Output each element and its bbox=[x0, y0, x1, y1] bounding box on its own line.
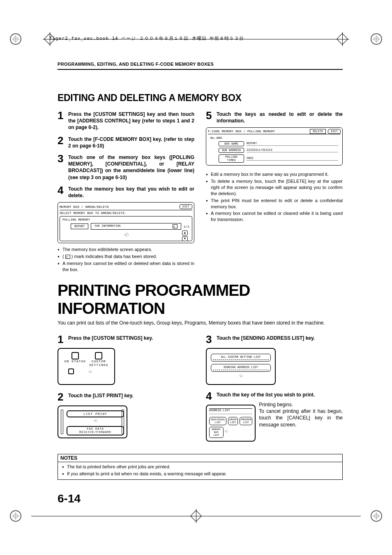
section-intro: You can print out lists of the One-touch… bbox=[58, 320, 343, 327]
step-text: Touch one of the memory box keys ([POLLI… bbox=[68, 153, 194, 181]
step-1: 1 Press the [CUSTOM SETTINGS] key and th… bbox=[58, 110, 194, 131]
sub-address-button[interactable]: SUB ADDRESS bbox=[219, 148, 244, 153]
crop-circle-icon bbox=[371, 510, 382, 522]
crop-circle-icon bbox=[10, 510, 21, 522]
section-heading-edit-delete: EDITING AND DELETING A MEMORY BOX bbox=[58, 92, 343, 104]
bullet-item: The memory box edit/delete screen appear… bbox=[58, 246, 194, 253]
screenshot-list-print: LIST PRINT ☜ FAX DATA RECEIVE/FORWARD bbox=[58, 405, 127, 438]
panel-subtitle: SELECT MEMORY BOX TO AMEND/DELETE. bbox=[60, 211, 192, 215]
step-p1: 1 Press the [CUSTOM SETTINGS] key. bbox=[58, 334, 194, 345]
section-heading-printing: PRINTING PROGRAMMED INFORMATION bbox=[58, 281, 343, 318]
notes-title: NOTES bbox=[58, 454, 342, 462]
box-name-button[interactable]: BOX NAME bbox=[219, 141, 244, 146]
step-number: 1 bbox=[58, 334, 66, 345]
custom-settings-label: CUSTOM SETTINGS bbox=[89, 359, 108, 367]
running-header: PROGRAMMING, EDITING, AND DELETING F-COD… bbox=[58, 62, 343, 70]
custom-settings-key-icon[interactable] bbox=[95, 352, 102, 359]
screenshot-sending-address: ALL CUSTOM SETTING LIST SENDING ADDRESS … bbox=[206, 348, 276, 385]
crop-center-icon bbox=[336, 33, 348, 45]
pointer-hand-icon: ☜ bbox=[122, 230, 130, 240]
book-mark-text: Tiger2_fax_sec.book 14 ページ ２００４年９月１６日 木曜… bbox=[49, 35, 244, 41]
step-number: 2 bbox=[58, 391, 66, 402]
stored-mark-icon: ≡ bbox=[65, 255, 70, 259]
pointer-hand-icon: ☜ bbox=[223, 427, 231, 438]
fax-receive-button[interactable]: FAX DATA RECEIVE/FORWARD bbox=[67, 426, 124, 435]
step-3: 3 Touch one of the memory box keys ([POL… bbox=[58, 153, 194, 181]
fax-label: FAX INFORMATION bbox=[95, 224, 120, 228]
notes-box: NOTES The list is printed before other p… bbox=[58, 454, 343, 480]
step-p4: 4 Touch the key of the list you wish to … bbox=[206, 391, 343, 401]
all-custom-list-button[interactable]: ALL CUSTOM SETTING LIST bbox=[211, 354, 271, 362]
pointer-hand-icon: ☜ bbox=[92, 417, 99, 425]
step-p3: 3 Touch the [SENDING ADDRESS LIST] key. bbox=[206, 334, 343, 345]
step-number: 5 bbox=[206, 110, 214, 124]
step-number: 4 bbox=[58, 185, 66, 199]
screenshot-custom-settings: OB STATUS CUSTOM SETTINGS ☜ bbox=[58, 348, 115, 385]
pointer-hand-icon: ☜ bbox=[87, 368, 93, 376]
notes-item: The list is printed before other print j… bbox=[62, 464, 338, 470]
step4-notes: The memory box edit/delete screen appear… bbox=[58, 246, 194, 272]
notes-item: If you attempt to print a list when no d… bbox=[62, 471, 338, 477]
bullet-item: The print PIN must be entered to edit or… bbox=[206, 198, 343, 210]
ui-panel-amend-delete: MEMORY BOX / AMEND/DELETE EXIT SELECT ME… bbox=[58, 202, 194, 243]
polling-times-button[interactable]: POLLING TIMES bbox=[219, 154, 244, 163]
step-4: 4 Touch the memory box key that you wish… bbox=[58, 185, 194, 199]
bullet-item: A memory box cannot be edited or deleted… bbox=[58, 260, 194, 273]
list-print-button[interactable]: LIST PRINT bbox=[67, 410, 124, 417]
exit-button[interactable]: EXIT bbox=[180, 204, 192, 209]
step-p2: 2 Touch the [LIST PRINT] key. bbox=[58, 391, 194, 402]
step-number: 2 bbox=[58, 135, 66, 149]
print-begin-text: Printing begins. To cancel printing afte… bbox=[259, 401, 343, 428]
scroll-up-button[interactable]: ▲ bbox=[182, 230, 188, 235]
page-indicator: 1/1 bbox=[184, 225, 189, 228]
delete-button[interactable]: DELETE bbox=[310, 129, 326, 134]
program-list-button[interactable]: PROGRAM LIST bbox=[240, 417, 252, 425]
small-key-icon bbox=[68, 368, 74, 374]
individual-list-button[interactable]: INDIVIDUAL LIST bbox=[209, 417, 226, 425]
page-number: 6-14 bbox=[58, 492, 343, 505]
jobstatus-key-icon bbox=[71, 352, 79, 359]
button-label: ALL CUSTOM SETTING LIST bbox=[221, 355, 261, 359]
crop-circle-icon bbox=[371, 33, 382, 45]
step-number: 4 bbox=[206, 391, 214, 401]
step5-notes: Edit a memory box in the same way as you… bbox=[206, 171, 343, 223]
crop-line bbox=[31, 516, 190, 516]
step-2: 2 Touch the [F-CODE MEMORY BOX] key. (re… bbox=[58, 135, 194, 149]
crop-center-icon bbox=[190, 510, 202, 522]
crop-circle-icon bbox=[10, 33, 21, 45]
button-label: SENDING ADDRESS LIST bbox=[224, 366, 258, 369]
step-text: Touch the memory box key that you wish t… bbox=[68, 185, 194, 199]
step-text: Touch the [F-CODE MEMORY BOX] key. (refe… bbox=[68, 135, 194, 149]
step-text: Touch the [SENDING ADDRESS LIST] key. bbox=[217, 334, 315, 345]
bullet-item: ( ≡ ) mark indicates that data has been … bbox=[58, 253, 194, 260]
jobstatus-label: OB STATUS bbox=[65, 359, 86, 363]
step-text: Touch the [LIST PRINT] key. bbox=[68, 391, 134, 402]
category-label: POLLING MEMORY bbox=[62, 218, 189, 221]
step-number: 3 bbox=[58, 153, 66, 181]
ui-panel-fcode-box: F-CODE MEMORY BOX / POLLING MEMORY DELET… bbox=[206, 127, 343, 166]
step-text: Touch the key of the list you wish to pr… bbox=[217, 391, 315, 401]
crop-marks-bottom bbox=[0, 508, 392, 524]
step-number: 3 bbox=[206, 334, 214, 345]
panel-title: F-CODE MEMORY BOX / POLLING MEMORY bbox=[208, 129, 275, 133]
step-text: Press the [CUSTOM SETTINGS] key. bbox=[68, 334, 153, 345]
screenshot-address-list: ADDRESS LIST INDIVIDUAL LIST GROUP LIST … bbox=[206, 405, 256, 442]
report-box-button[interactable]: REPORT bbox=[71, 223, 88, 229]
panel-title: ADDRESS LIST bbox=[209, 409, 252, 412]
bullet-item: Edit a memory box in the same way as you… bbox=[206, 171, 343, 177]
crop-line bbox=[202, 516, 361, 516]
stored-mark-icon: ≡ bbox=[173, 224, 178, 228]
sending-address-list-button[interactable]: SENDING ADDRESS LIST bbox=[211, 364, 271, 372]
scroll-down-button[interactable]: ▼ bbox=[182, 236, 188, 241]
step-5: 5 Touch the keys as needed to edit or de… bbox=[206, 110, 343, 124]
bullet-item: A memory box cannot be edited or cleared… bbox=[206, 210, 343, 223]
fax-info-button[interactable]: FAX INFORMATION ≡ bbox=[91, 223, 181, 230]
box-name-value: REPORT bbox=[247, 142, 338, 146]
sub-address-value: 22233311/351212 bbox=[247, 148, 338, 152]
exit-button[interactable]: EXIT bbox=[328, 129, 341, 134]
step-text: Touch the keys as needed to edit or dele… bbox=[217, 110, 343, 124]
group-list-button[interactable]: GROUP LIST bbox=[228, 417, 238, 425]
bullet-item: To delete a memory box, touch the [DELET… bbox=[206, 178, 343, 197]
step-number: 1 bbox=[58, 110, 66, 131]
memory-box-list-button[interactable]: MEMORY BOX LIST bbox=[209, 427, 224, 438]
